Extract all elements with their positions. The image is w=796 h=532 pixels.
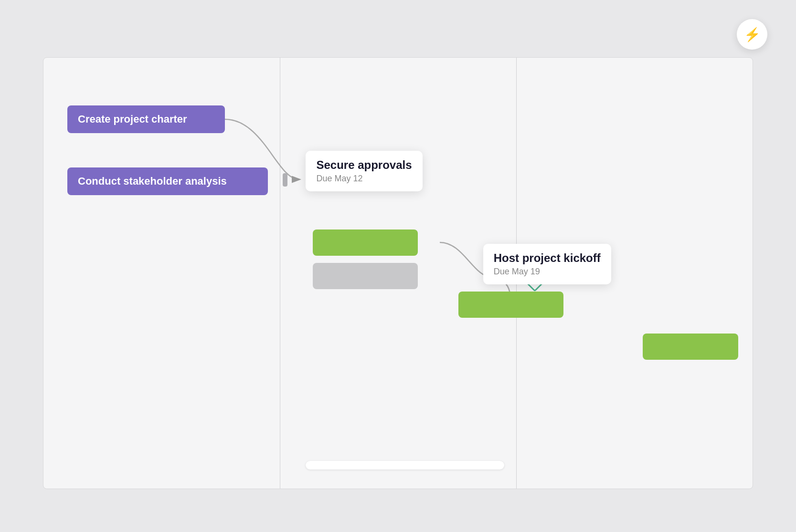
- task-conduct-label: Conduct stakeholder analysis: [78, 175, 227, 188]
- task-bar-green-3[interactable]: [643, 334, 738, 360]
- task-conduct-stakeholder[interactable]: Conduct stakeholder analysis: [67, 167, 268, 195]
- scrollbar-thumb[interactable]: [306, 461, 504, 469]
- task-create-charter[interactable]: Create project charter: [67, 105, 225, 133]
- lightning-action-button[interactable]: ⚡: [737, 19, 767, 50]
- column-divider-1: [280, 58, 281, 489]
- gantt-chart: Create project charter Conduct stakehold…: [43, 57, 753, 489]
- tooltip-kickoff-title: Host project kickoff: [494, 251, 601, 265]
- task-bar-green-1[interactable]: [313, 229, 418, 256]
- lightning-icon: ⚡: [744, 27, 761, 42]
- tooltip-host-kickoff: Host project kickoff Due May 19: [483, 244, 611, 284]
- task-bar-green-2[interactable]: [458, 292, 563, 318]
- scrollbar-track: [306, 461, 504, 469]
- tooltip-kickoff-due: Due May 19: [494, 267, 601, 277]
- task-create-charter-label: Create project charter: [78, 113, 187, 125]
- task-bar-gray-1[interactable]: [313, 263, 418, 289]
- tooltip-secure-title: Secure approvals: [316, 158, 412, 172]
- tooltip-secure-due: Due May 12: [316, 174, 412, 184]
- tooltip-secure-approvals: Secure approvals Due May 12: [306, 151, 422, 191]
- connector-pin-secure: [283, 173, 287, 187]
